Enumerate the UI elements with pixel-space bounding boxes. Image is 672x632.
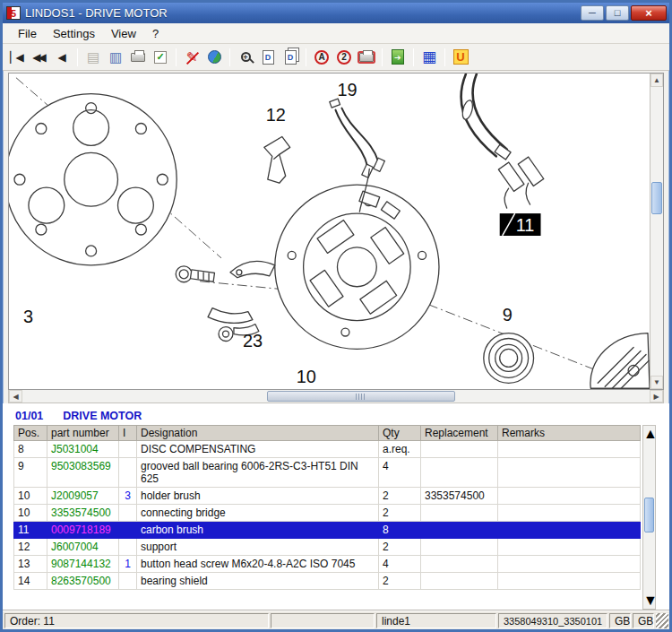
table-vscroll-thumb[interactable] bbox=[644, 498, 654, 532]
page-indicator: 01/01 bbox=[15, 410, 43, 422]
cell-qty: 2 bbox=[379, 488, 421, 505]
menu-file[interactable]: File bbox=[10, 25, 45, 42]
go-back-fast-icon[interactable]: ◀◀ bbox=[29, 47, 50, 68]
col-qty[interactable]: Qty bbox=[379, 426, 421, 441]
marker-off-icon[interactable]: ✎ bbox=[181, 47, 202, 68]
table-row[interactable]: 10 J2009057 3 holder brush 2 3353574500 bbox=[14, 488, 641, 505]
copy-page-icon[interactable]: ▤ bbox=[82, 47, 104, 68]
cell-replacement bbox=[421, 556, 498, 573]
toolbar: ▏◀ ◀◀ ◀ ▤ ▥ ✓ ✎ + D D A 2 ▦ U bbox=[3, 44, 669, 71]
col-part-number[interactable]: part number bbox=[47, 426, 119, 441]
diagram-vscroll-track[interactable] bbox=[650, 87, 663, 376]
menu-help[interactable]: ? bbox=[144, 25, 167, 42]
part-connecting-bridge bbox=[230, 261, 275, 277]
cell-i bbox=[119, 522, 137, 539]
u-badge-icon[interactable]: U bbox=[450, 47, 471, 68]
table-row[interactable]: 13 9087144132 1 button head screw M6x20-… bbox=[14, 556, 641, 573]
page-stack-icon[interactable]: ▥ bbox=[105, 47, 126, 68]
close-button[interactable]: × bbox=[631, 5, 667, 21]
diagram-hscrollbar[interactable]: ◀ ▶ bbox=[8, 390, 664, 403]
col-pos[interactable]: Pos. bbox=[14, 426, 47, 441]
scroll-right-icon[interactable]: ▶ bbox=[650, 390, 663, 403]
titlebar[interactable]: 5 LINDOS1 - DRIVE MOTOR ─ □ × bbox=[3, 3, 669, 23]
scroll-left-icon[interactable]: ◀ bbox=[9, 390, 22, 403]
col-i[interactable]: I bbox=[119, 426, 137, 441]
status-order: Order: 11 bbox=[4, 613, 269, 628]
minimize-button[interactable]: ─ bbox=[581, 5, 604, 21]
cell-pos: 14 bbox=[14, 573, 47, 590]
diagram-label-19[interactable]: 19 bbox=[337, 80, 357, 100]
diagram-label-3[interactable]: 3 bbox=[23, 307, 33, 326]
export-green-icon[interactable] bbox=[387, 47, 409, 68]
go-back-icon[interactable]: ◀ bbox=[51, 47, 73, 68]
cell-remarks bbox=[498, 522, 641, 539]
diagram-hscroll-track[interactable] bbox=[22, 390, 650, 403]
table-vscrollbar[interactable]: ▲ ▼ bbox=[642, 425, 656, 610]
diagram-label-11-highlighted[interactable]: 11 bbox=[500, 213, 541, 236]
circle-a-icon[interactable]: A bbox=[311, 47, 332, 68]
cell-qty: 8 bbox=[379, 522, 421, 539]
diagram-label-12[interactable]: 12 bbox=[266, 105, 286, 125]
grid-blue-icon[interactable]: ▦ bbox=[418, 47, 440, 68]
scroll-down-icon[interactable]: ▼ bbox=[650, 376, 663, 389]
diagram-hscroll-thumb[interactable] bbox=[267, 391, 455, 402]
menu-settings[interactable]: Settings bbox=[45, 25, 103, 42]
zoom-in-icon[interactable]: + bbox=[235, 47, 256, 68]
cell-i bbox=[119, 458, 137, 488]
scroll-up-icon[interactable]: ▲ bbox=[650, 74, 663, 87]
cell-replacement bbox=[421, 458, 498, 488]
resize-grip[interactable] bbox=[656, 613, 668, 628]
cell-designation: DISC COMPENSATING bbox=[137, 441, 379, 458]
table-row[interactable]: 10 3353574500 connecting bridge 2 bbox=[14, 505, 641, 522]
document-d-icon[interactable]: D bbox=[257, 47, 279, 68]
col-replacement[interactable]: Replacement bbox=[421, 426, 498, 441]
go-first-icon[interactable]: ▏◀ bbox=[6, 47, 28, 68]
print-circle-icon[interactable] bbox=[356, 47, 377, 68]
u-glyph: U bbox=[453, 49, 469, 65]
col-remarks[interactable]: Remarks bbox=[498, 426, 641, 441]
table-row[interactable]: 9 9503083569 grooved ball bearing 6006-2… bbox=[14, 458, 641, 488]
diagram-label-23[interactable]: 23 bbox=[243, 331, 263, 351]
check-list-icon[interactable]: ✓ bbox=[150, 47, 171, 68]
cell-replacement bbox=[421, 441, 498, 458]
status-document: 3358049310_3350101 bbox=[498, 613, 607, 628]
cell-part-number: 3353574500 bbox=[47, 505, 119, 522]
cell-pos: 9 bbox=[14, 458, 47, 488]
part-screw bbox=[176, 266, 214, 282]
table-row-selected[interactable]: 11 0009718189 carbon brush 8 bbox=[14, 522, 641, 539]
table-row[interactable]: 8 J5031004 DISC COMPENSATING a.req. bbox=[14, 441, 641, 458]
app-icon[interactable]: 5 bbox=[6, 6, 21, 20]
circle-2-icon[interactable]: 2 bbox=[333, 47, 355, 68]
cell-designation: grooved ball bearing 6006-2RS-C3-HT51 DI… bbox=[137, 458, 379, 488]
diagram-panel: 3 12 19 23 10 9 11 ▲ ▼ bbox=[8, 73, 664, 390]
menu-view[interactable]: View bbox=[103, 25, 144, 42]
document-d-pair-icon[interactable]: D bbox=[280, 47, 301, 68]
diagram-label-10[interactable]: 10 bbox=[297, 367, 316, 386]
diagram-vscrollbar[interactable]: ▲ ▼ bbox=[650, 74, 663, 389]
scroll-up-icon[interactable]: ▲ bbox=[643, 426, 655, 442]
maximize-button[interactable]: □ bbox=[606, 5, 629, 21]
col-designation[interactable]: Designation bbox=[137, 426, 379, 441]
cell-remarks bbox=[498, 573, 641, 590]
statusbar: Order: 11 linde1 3358049310_3350101 GB G… bbox=[3, 610, 669, 629]
cell-part-number: J2009057 bbox=[47, 488, 119, 505]
cell-designation: support bbox=[137, 539, 379, 556]
cell-part-number: 9087144132 bbox=[47, 556, 119, 573]
status-spare bbox=[271, 613, 375, 628]
print-small-icon[interactable] bbox=[127, 47, 149, 68]
toolbar-separator bbox=[444, 48, 445, 66]
diagram-label-9[interactable]: 9 bbox=[503, 305, 513, 325]
cell-qty: 2 bbox=[379, 573, 421, 590]
table-vscroll-track[interactable] bbox=[643, 442, 655, 593]
exploded-diagram: 3 12 19 23 10 9 11 bbox=[9, 74, 650, 389]
status-lang-b: GB bbox=[633, 613, 654, 628]
table-row[interactable]: 12 J6007004 support 2 bbox=[14, 539, 641, 556]
cell-i bbox=[119, 441, 137, 458]
cell-i bbox=[119, 505, 137, 522]
scroll-down-icon[interactable]: ▼ bbox=[643, 593, 655, 609]
part-cable bbox=[461, 74, 511, 160]
globe-icon[interactable] bbox=[203, 47, 225, 68]
circle-a-glyph: A bbox=[314, 50, 329, 65]
table-row[interactable]: 14 8263570500 bearing shield 2 bbox=[14, 573, 641, 590]
diagram-vscroll-thumb[interactable] bbox=[651, 182, 662, 213]
